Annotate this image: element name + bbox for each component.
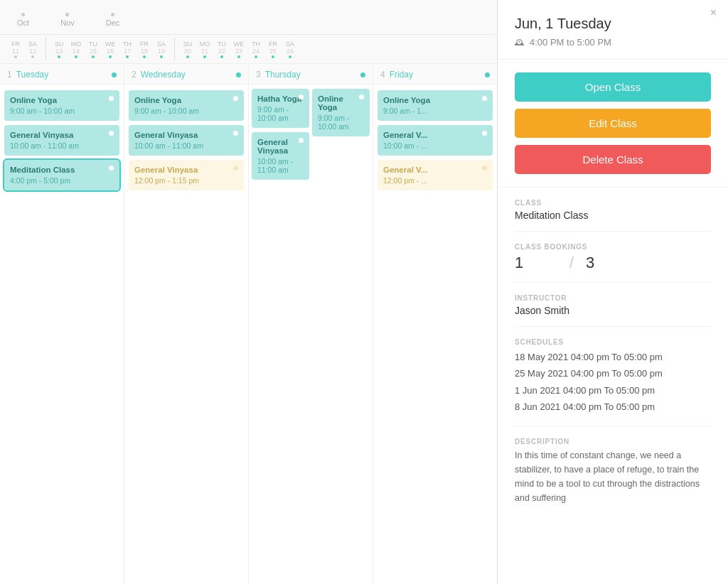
timeline-nav: Oct Nov Dec <box>0 0 497 35</box>
event-time: 10:00 am - 11:00 am <box>10 141 114 150</box>
event-general-vinyasa-thu[interactable]: General Vinyasa 10:00 am - 11:00 am <box>252 132 309 180</box>
bookings-current: 1 <box>515 254 557 272</box>
month-dot-dec <box>111 13 114 16</box>
timeline-months: Oct Nov Dec <box>14 13 483 27</box>
instructor-value: Jason Smith <box>515 305 711 316</box>
day-dot-thursday <box>360 72 365 77</box>
panel-date: Jun, 1 Tuesday <box>515 16 711 32</box>
day-events-thursday: Hatha Yoga 9:00 am - 10:00 am General Vi… <box>249 85 373 184</box>
event-meditation-tue[interactable]: Meditation Class 4:00 pm - 5:00 pm <box>4 160 119 190</box>
event-title: Online Yoga <box>10 96 114 104</box>
month-label-oct: Oct <box>17 18 29 27</box>
event-title: General Vinyasa <box>257 138 304 155</box>
event-dot <box>233 131 238 136</box>
description-value: In this time of constant change, we need… <box>515 448 711 505</box>
bookings-total: 3 <box>586 254 594 272</box>
bookings-row: 1 / 3 <box>515 254 711 272</box>
day-col-friday: 4 Friday Online Yoga 9:00 am - 1... Gene… <box>373 64 497 584</box>
bookings-section: CLASS BOOKINGS 1 / 3 <box>515 243 711 283</box>
delete-class-button[interactable]: Delete Class <box>515 145 711 174</box>
day-events-friday: Online Yoga 9:00 am - 1... General V... … <box>373 85 497 196</box>
wday-sa-12: SA12 <box>24 39 41 60</box>
event-title: Meditation Class <box>10 166 114 174</box>
day-name-friday: Friday <box>390 70 413 80</box>
day-name-wednesday: Wednesday <box>141 70 186 80</box>
class-label: CLASS <box>515 199 711 207</box>
event-online-yoga-tue[interactable]: Online Yoga 9:00 am - 10:00 am <box>4 90 119 121</box>
panel-time: 4:00 PM to 5:00 PM <box>530 37 611 48</box>
event-general-vinyasa-fri2[interactable]: General V... 12:00 pm - ... <box>378 160 493 190</box>
panel-actions: Open Class Edit Class Delete Class <box>498 60 728 188</box>
event-general-vinyasa-fri[interactable]: General V... 10:00 am - ... <box>378 125 493 156</box>
event-dot <box>482 166 487 171</box>
month-oct: Oct <box>17 13 29 27</box>
class-value: Meditation Class <box>515 210 711 221</box>
schedule-item-1: 18 May 2021 04:00 pm To 05:00 pm <box>515 349 711 365</box>
event-dot <box>299 138 304 143</box>
week-nav: FR11 SA12 SU13 MO14 TU15 WE16 TH17 FR18 … <box>0 35 497 64</box>
description-section: DESCRIPTION In this time of constant cha… <box>515 438 711 515</box>
month-label-nov: Nov <box>60 18 75 27</box>
event-title: Online Yoga <box>134 96 238 104</box>
day-header-tuesday: 1 Tuesday <box>0 64 124 85</box>
days-grid: 1 Tuesday Online Yoga 9:00 am - 10:00 am… <box>0 64 497 584</box>
event-general-vinyasa-tue[interactable]: General Vinyasa 10:00 am - 11:00 am <box>4 125 119 156</box>
event-title: Online Yoga <box>383 96 487 104</box>
day-events-wednesday: Online Yoga 9:00 am - 10:00 am General V… <box>124 85 248 196</box>
event-time: 10:00 am - ... <box>383 141 487 150</box>
day-col-thursday: 3 Thursday Hatha Yoga 9:00 am - 10:00 am… <box>249 64 373 584</box>
day-num-4: 4 <box>380 70 385 80</box>
event-general-vinyasa-wed1[interactable]: General Vinyasa 10:00 am - 11:00 am <box>129 125 244 156</box>
schedules-list: 18 May 2021 04:00 pm To 05:00 pm 25 May … <box>515 349 711 416</box>
bookings-label: CLASS BOOKINGS <box>515 243 711 251</box>
panel-info: CLASS Meditation Class CLASS BOOKINGS 1 … <box>498 188 728 538</box>
day-header-friday: 4 Friday <box>373 64 497 85</box>
event-time: 10:00 am - 11:00 am <box>257 157 304 174</box>
event-dot <box>233 96 238 101</box>
event-time: 12:00 pm - 1:15 pm <box>134 176 238 185</box>
schedules-label: SCHEDULES <box>515 338 711 346</box>
event-online-yoga-wed[interactable]: Online Yoga 9:00 am - 10:00 am <box>129 90 244 121</box>
event-title: General V... <box>383 131 487 139</box>
calendar-panel: Oct Nov Dec FR11 SA12 SU13 MO14 TU15 WE1… <box>0 0 498 584</box>
event-time: 9:00 am - 10:00 am <box>134 107 238 115</box>
event-time: 9:00 am - 10:00 am <box>257 105 304 122</box>
event-dot <box>359 94 364 99</box>
week-group-1: FR11 SA12 <box>7 39 41 60</box>
event-time: 9:00 am - 10:00 am <box>318 114 364 131</box>
bookings-slash: / <box>557 254 586 272</box>
event-title: General Vinyasa <box>134 131 238 139</box>
instructor-label: INSTRUCTOR <box>515 294 711 302</box>
schedule-item-3: 1 Jun 2021 04:00 pm To 05:00 pm <box>515 382 711 399</box>
event-hatha-yoga-thu[interactable]: Hatha Yoga 9:00 am - 10:00 am <box>252 89 309 128</box>
day-events-tuesday: Online Yoga 9:00 am - 10:00 am General V… <box>0 85 124 196</box>
day-dot-friday <box>485 72 490 77</box>
instructor-section: INSTRUCTOR Jason Smith <box>515 294 711 327</box>
close-button[interactable]: × <box>710 7 717 18</box>
day-num-2: 2 <box>132 70 136 80</box>
detail-panel: × Jun, 1 Tuesday 🕰 4:00 PM to 5:00 PM Op… <box>498 0 728 584</box>
day-name-thursday: Thursday <box>265 70 301 80</box>
thursday-col-1: Hatha Yoga 9:00 am - 10:00 am General Vi… <box>252 89 309 180</box>
description-label: DESCRIPTION <box>515 438 711 445</box>
open-class-button[interactable]: Open Class <box>515 72 711 102</box>
month-dot-nov <box>65 13 69 16</box>
event-general-vinyasa-wed2[interactable]: General Vinyasa 12:00 pm - 1:15 pm <box>129 160 244 190</box>
day-col-wednesday: 2 Wednesday Online Yoga 9:00 am - 10:00 … <box>124 64 249 584</box>
event-online-yoga-fri[interactable]: Online Yoga 9:00 am - 1... <box>378 90 493 121</box>
day-header-thursday: 3 Thursday <box>249 64 373 85</box>
month-nov: Nov <box>60 13 75 27</box>
day-header-wednesday: 2 Wednesday <box>124 64 248 85</box>
month-dec: Dec <box>106 13 120 27</box>
week-group-2: SU13 MO14 TU15 WE16 TH17 FR18 SA19 <box>50 39 170 60</box>
event-dot <box>109 96 114 101</box>
day-col-tuesday: 1 Tuesday Online Yoga 9:00 am - 10:00 am… <box>0 64 124 584</box>
month-label-dec: Dec <box>106 18 120 27</box>
day-dot-wednesday <box>236 72 241 77</box>
event-dot <box>299 94 304 99</box>
clock-icon: 🕰 <box>515 36 525 48</box>
event-online-yoga-thu[interactable]: Online Yoga 9:00 am - 10:00 am <box>312 89 370 136</box>
day-name-tuesday: Tuesday <box>16 70 49 80</box>
event-dot <box>482 96 487 101</box>
edit-class-button[interactable]: Edit Class <box>515 109 711 138</box>
